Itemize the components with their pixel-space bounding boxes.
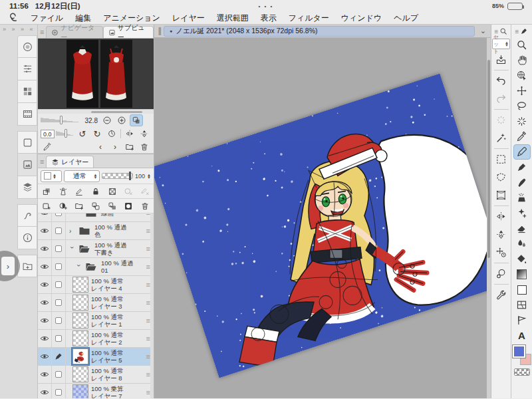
new-correction-layer-icon[interactable] [59,201,68,211]
transparent-color-swatch[interactable] [514,368,530,376]
layer-checkbox[interactable] [52,366,66,383]
tool-airbrush[interactable] [513,190,531,205]
delete-layer-icon[interactable] [140,201,150,211]
menu-filter[interactable]: フィルター [289,13,329,24]
menu-file[interactable]: ファイル [31,13,63,24]
tool-brush[interactable] [513,175,531,190]
layer-checkbox[interactable] [52,222,66,239]
layer-checkbox[interactable] [52,240,66,257]
layer-mask-icon[interactable] [124,201,133,211]
editing-pen-icon[interactable] [52,348,66,365]
tool-auto-select[interactable] [513,114,531,129]
panel-menu-icon[interactable]: ≡ [40,28,44,36]
save-settings-tray-icon[interactable] [493,51,510,68]
panel-timeline-button[interactable] [17,103,37,126]
subview-horizontal-scrollbar[interactable] [38,109,154,114]
tool-eyedropper[interactable] [513,129,531,144]
auto-select-wand-icon[interactable] [493,129,510,147]
tool-decoration[interactable] [513,205,531,221]
expand-chevron-icon[interactable]: › [75,264,82,269]
wrench-settings-icon[interactable] [493,286,510,304]
panel-canvas-button[interactable] [17,131,37,154]
zoom-in-button[interactable] [115,114,128,126]
menu-view[interactable]: 表示 [261,13,277,24]
layer-checkbox[interactable] [52,276,66,293]
visibility-eye-icon[interactable] [38,384,52,398]
rotate-cw-icon[interactable]: ↻ [90,128,104,140]
foreground-color-swatch[interactable] [513,345,525,358]
canvas-viewport[interactable] [154,38,491,398]
tab-subview[interactable]: サブビュー [103,26,154,38]
tab-list-chevron-icon[interactable]: ⌄ [477,27,489,35]
merge-down-icon[interactable] [108,201,117,211]
layer-checkbox[interactable] [52,312,66,329]
visibility-eye-icon[interactable] [38,240,52,257]
flip-vertical-icon[interactable] [493,225,510,243]
new-raster-layer-icon[interactable] [42,201,51,211]
tool-zoom[interactable] [513,37,531,53]
zoom-out-button[interactable] [100,114,114,126]
previous-image-button[interactable]: ‹ [94,141,107,153]
blend-mode-dropdown[interactable]: 通常 ▲▼ [64,170,100,182]
snap-toggle-icon[interactable] [493,265,510,283]
transfer-down-icon[interactable] [91,201,100,211]
panel-quick-access-button[interactable] [17,58,37,80]
tool-lasso[interactable] [513,98,531,114]
flip-horizontal-icon[interactable] [493,207,510,225]
collapse-chevrons[interactable]: » » » « [3,26,35,33]
enable-mask-icon[interactable] [124,187,133,196]
sync-view-button[interactable] [130,114,143,126]
flip-vertical-icon[interactable] [138,128,151,140]
layer-row[interactable]: › 100 % 通過01 ≡ [38,258,154,276]
menu-layer[interactable]: レイヤー [172,13,205,24]
polyline-select-icon[interactable] [493,168,510,186]
layer-color-dropdown[interactable]: ▲▼ [41,170,62,182]
reset-rotation-button[interactable] [105,128,118,140]
layer-row[interactable]: 100 % 乗算レイヤー 7 ≡ [38,384,154,398]
layer-checkbox[interactable] [52,384,66,398]
clip-to-layer-below-icon[interactable] [42,187,51,196]
tool-text[interactable]: A [513,328,531,343]
opacity-stepper[interactable]: ▲▼ [147,174,151,179]
rectangle-select-icon[interactable] [493,150,510,168]
panel-info-button[interactable] [17,227,37,249]
visibility-eye-icon[interactable] [38,258,52,275]
flip-horizontal-icon[interactable] [123,128,136,140]
tool-pencil[interactable] [513,160,531,175]
tool-rotate-canvas[interactable] [513,68,531,83]
layer-row[interactable]: 100 % 通常レイヤー 1 ≡ [38,312,154,330]
layer-checkbox[interactable] [52,294,66,311]
menu-animation[interactable]: アニメーション [103,13,160,24]
layer-panel-menu-icon[interactable]: ≡ [40,158,44,166]
layer-row[interactable]: 100 % 通常レイヤー 4 ≡ [38,276,154,294]
canvas-document[interactable] [154,74,491,378]
panel-color-set-button[interactable] [17,80,37,103]
tool-strip-menu-icon[interactable]: ≡ [515,28,519,35]
visibility-eye-icon[interactable] [38,312,52,329]
tool-blend[interactable] [513,236,531,251]
menu-help[interactable]: ヘルプ [394,13,418,24]
panel-tool-property-button[interactable] [17,204,37,227]
rotate-ccw-icon[interactable]: ↺ [76,128,89,140]
layer-row-selected[interactable]: 100 % 通常レイヤー 5 ≡ [38,348,154,366]
panel-navigator-button[interactable] [17,35,37,58]
visibility-eye-icon[interactable] [38,294,52,311]
new-layer-folder-icon[interactable] [74,201,84,211]
redo-icon[interactable] [493,90,510,108]
set-dropdown[interactable]: セット▲▼ [492,39,510,49]
tab-layer[interactable]: レイヤー [46,156,94,168]
menu-selection[interactable]: 選択範囲 [217,13,249,24]
document-tab[interactable]: ● ノエル誕 2021* (2048 x 1536px 72dpi 56.8%) [164,26,475,37]
visibility-eye-icon[interactable] [38,366,52,383]
lock-transparent-pixels-icon[interactable] [108,187,117,196]
tool-move[interactable] [513,83,531,98]
subview-zoom-slider[interactable] [41,117,82,124]
subview-rotate-slider[interactable] [56,130,74,137]
expand-chevron-icon[interactable]: › [69,227,74,235]
import-image-button[interactable] [123,141,136,153]
tool-fill[interactable] [513,251,531,267]
visibility-eye-icon[interactable] [38,222,52,239]
draft-layer-icon[interactable] [74,187,84,196]
reference-layer-icon[interactable] [59,187,68,196]
menu-edit[interactable]: 編集 [75,13,91,24]
